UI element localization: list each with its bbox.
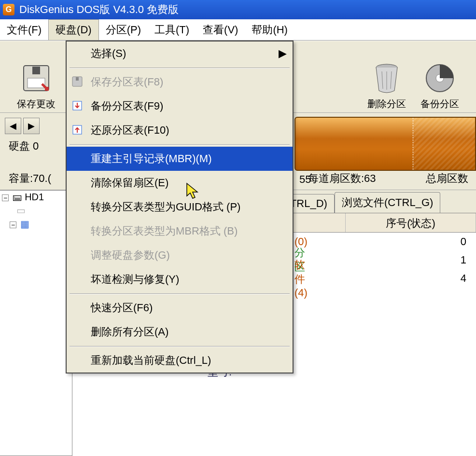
menu-label: 转换分区表类型为GUID格式 (P) [91, 200, 240, 214]
menu-label: 快速分区(F6) [91, 301, 153, 315]
menu-separator [70, 293, 290, 294]
menu-reload[interactable]: 重新加载当前硬盘(Ctrl_L) [67, 348, 293, 373]
menu-adjust-params: 调整硬盘参数(G) [67, 243, 293, 267]
tool-save[interactable]: 保存更改 [10, 43, 63, 111]
disk-label: 硬盘 0 [9, 139, 39, 153]
save-icon [19, 59, 53, 97]
menu-disk[interactable]: 硬盘(D) [48, 19, 99, 40]
nav-next[interactable]: ▶ [23, 118, 40, 134]
menu-label: 重新加载当前硬盘(Ctrl_L) [91, 353, 211, 368]
trash-icon [370, 59, 404, 97]
tree-child-2[interactable]: − ▦ [0, 217, 72, 231]
menu-select-label: 选择(S) [91, 46, 126, 61]
disk-visual[interactable] [294, 117, 476, 171]
tree-child-1[interactable]: ▭ [0, 204, 72, 217]
drive-icon: ▭ [16, 205, 26, 216]
menu-label: 转换分区表类型为MBR格式 (B) [91, 224, 238, 238]
menu-convert-mbr: 转换分区表类型为MBR格式 (B) [67, 219, 293, 243]
menu-file[interactable]: 文件(F) [0, 19, 48, 40]
nav-prev[interactable]: ◀ [5, 118, 21, 134]
menu-quick-partition[interactable]: 快速分区(F6) [67, 296, 293, 320]
menu-convert-guid[interactable]: 转换分区表类型为GUID格式 (P) [67, 195, 293, 219]
col-seq[interactable]: 序号(状态) [346, 213, 476, 232]
tool-delete-partition[interactable]: 删除分区 [360, 43, 413, 111]
capacity-label: 容量:70.( [9, 171, 51, 186]
submenu-arrow-icon: ▶ [279, 47, 287, 60]
menu-label: 还原分区表(F10) [91, 123, 169, 138]
menu-delete-all[interactable]: 删除所有分区(A) [67, 320, 293, 344]
menu-separator [70, 68, 290, 68]
cursor-icon [186, 182, 199, 202]
save-small-icon [71, 76, 84, 88]
menu-label: 删除所有分区(A) [91, 325, 168, 339]
svg-rect-2 [28, 78, 45, 88]
menu-bad-track[interactable]: 坏道检测与修复(Y) [67, 267, 293, 291]
partition-icon: ▦ [20, 219, 29, 229]
menu-separator [70, 144, 290, 145]
menu-clear-reserved[interactable]: 清除保留扇区(E) [67, 171, 293, 195]
backup-icon [71, 100, 84, 112]
disc-icon [423, 59, 457, 97]
total-sectors-label: 总扇区数 [426, 171, 468, 186]
menu-select[interactable]: 选择(S) ▶ [67, 41, 293, 66]
chevron-right-icon: ▶ [28, 121, 35, 131]
menu-label: 重建主引导记录(MBR)(M) [91, 152, 212, 166]
menu-backup-partition-table[interactable]: 备份分区表(F9) [67, 94, 293, 118]
menu-save-partition-table: 保存分区表(F8) [67, 70, 293, 94]
tool-backup-partition[interactable]: 备份分区 [413, 43, 466, 111]
tab-browse-files[interactable]: 浏览文件(CTRL_G) [335, 192, 440, 213]
tree-root-label: HD1 [25, 192, 44, 202]
tool-save-label: 保存更改 [17, 97, 56, 111]
menu-label: 保存分区表(F8) [91, 75, 163, 89]
menu-rebuild-mbr[interactable]: 重建主引导记录(MBR)(M) [67, 147, 293, 171]
window-title: DiskGenius DOS版 V4.3.0 免费版 [19, 2, 179, 17]
menu-partition[interactable]: 分区(P) [99, 19, 148, 40]
menu-separator [70, 346, 290, 346]
hdd-icon: 🖴 [13, 192, 22, 202]
tool-delete-partition-label: 删除分区 [367, 97, 406, 111]
menu-tool[interactable]: 工具(T) [148, 19, 196, 40]
tree-collapse-icon[interactable]: − [2, 194, 9, 201]
chevron-left-icon: ◀ [10, 121, 16, 131]
svg-rect-1 [32, 67, 40, 74]
svg-rect-10 [76, 77, 79, 81]
menu-label: 备份分区表(F9) [91, 99, 163, 113]
disk-patterned [413, 118, 475, 170]
menu-help[interactable]: 帮助(H) [245, 19, 294, 40]
tree-root-row[interactable]: − 🖴 HD1 [0, 191, 72, 204]
tree-collapse-icon[interactable]: − [10, 221, 16, 228]
menu-label: 清除保留扇区(E) [91, 176, 168, 190]
app-icon: G [3, 4, 14, 15]
menubar: 文件(F) 硬盘(D) 分区(P) 工具(T) 查看(V) 帮助(H) [0, 19, 476, 41]
spt-label: 每道扇区数:63 [308, 171, 376, 186]
tool-backup-partition-label: 备份分区 [420, 97, 459, 111]
tree-pane[interactable]: − 🖴 HD1 ▭ − ▦ [0, 190, 72, 456]
titlebar: G DiskGenius DOS版 V4.3.0 免费版 [0, 0, 476, 19]
menu-label: 坏道检测与修复(Y) [91, 272, 179, 287]
menu-view[interactable]: 查看(V) [196, 19, 245, 40]
disk-menu-dropdown: 选择(S) ▶ 保存分区表(F8) 备份分区表(F9) 还原分区表(F10) 重… [66, 41, 294, 373]
menu-label: 调整硬盘参数(G) [91, 248, 170, 263]
restore-icon [71, 124, 84, 137]
menu-restore-partition-table[interactable]: 还原分区表(F10) [67, 118, 293, 142]
